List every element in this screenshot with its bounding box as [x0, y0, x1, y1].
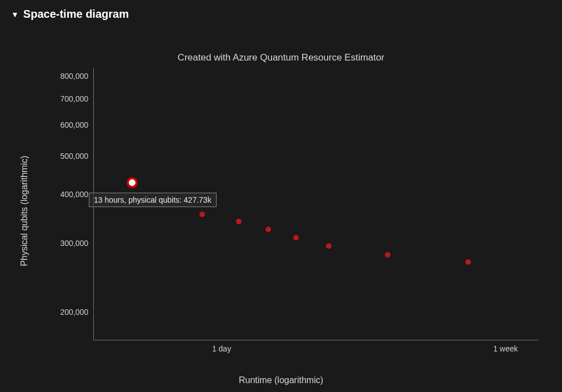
y-tick-label: 700,000	[60, 94, 94, 103]
chart-container: Created with Azure Quantum Resource Esti…	[0, 33, 562, 389]
data-point[interactable]	[293, 235, 299, 240]
section-header[interactable]: ▼ Space-time diagram	[0, 0, 562, 24]
x-axis-label: Runtime (logarithmic)	[0, 375, 562, 385]
y-tick-label: 400,000	[60, 190, 94, 199]
plot-area[interactable]: 200,000300,000400,000500,000600,000700,0…	[93, 68, 538, 340]
data-point[interactable]	[385, 252, 390, 258]
data-point-highlighted[interactable]	[127, 177, 138, 188]
data-point[interactable]	[265, 227, 271, 232]
data-point[interactable]	[199, 212, 205, 217]
tooltip: 13 hours, physical qubits: 427.73k	[89, 193, 217, 207]
section-title: Space-time diagram	[23, 8, 129, 21]
y-tick-label: 600,000	[60, 120, 94, 129]
x-tick-label: 1 day	[212, 340, 231, 353]
y-tick-label: 800,000	[60, 72, 94, 81]
collapse-toggle-icon: ▼	[11, 10, 19, 19]
y-axis-label: Physical qubits (logarithmic)	[19, 155, 29, 266]
y-tick-label: 500,000	[60, 152, 94, 160]
y-tick-label: 200,000	[60, 308, 94, 316]
y-tick-label: 300,000	[60, 239, 94, 248]
x-tick-label: 1 week	[493, 340, 518, 353]
chart-title: Created with Azure Quantum Resource Esti…	[0, 52, 562, 63]
data-point[interactable]	[326, 243, 332, 249]
data-point[interactable]	[465, 259, 471, 265]
data-point[interactable]	[236, 219, 242, 224]
